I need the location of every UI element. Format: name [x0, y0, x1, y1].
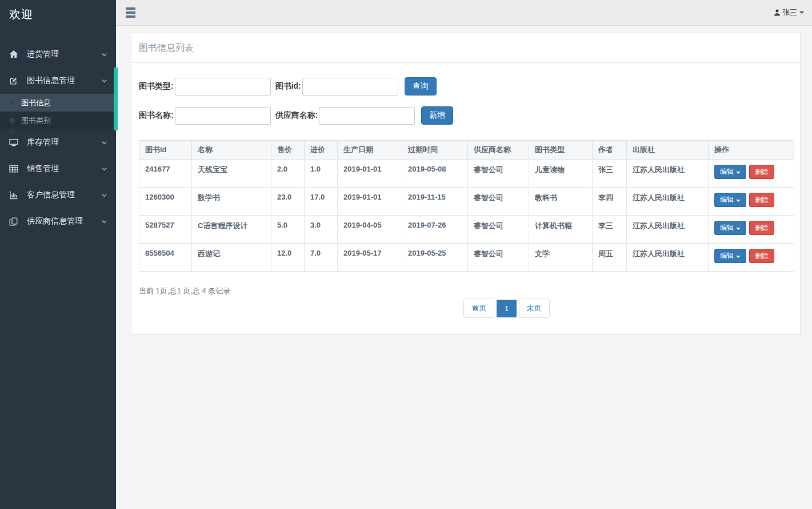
- caret-down-icon: [736, 172, 741, 174]
- table-cell: 周五: [593, 244, 627, 272]
- column-header: 生产日期: [338, 141, 402, 160]
- book-type-input[interactable]: [175, 78, 271, 96]
- main-area: 张三 图书信息列表 图书类型: 图书id: 查询 图书名称: 供应商名称:: [116, 0, 812, 509]
- table-cell: 2019-05-08: [402, 160, 468, 188]
- sidebar-subitem-label: 图书信息: [21, 98, 51, 108]
- edit-button[interactable]: 编辑: [714, 193, 746, 207]
- table-container: 图书id名称售价进价生产日期过期时间供应商名称图书类型作者出版社操作 24167…: [131, 136, 800, 272]
- query-button[interactable]: 查询: [405, 77, 437, 96]
- edit-button[interactable]: 编辑: [714, 249, 746, 263]
- hamburger-icon: [126, 15, 135, 18]
- sidebar-item-1[interactable]: 进货管理: [0, 41, 116, 67]
- user-icon: [773, 9, 781, 17]
- home-icon: [9, 50, 21, 59]
- delete-button[interactable]: 删除: [749, 165, 774, 179]
- page-1-button[interactable]: 1: [497, 300, 517, 317]
- sidebar-item-label: 客户信息管理: [27, 190, 101, 200]
- active-menu-accent-bar: [114, 67, 118, 130]
- table-cell: 张三: [593, 160, 627, 188]
- supplier-name-input[interactable]: [319, 107, 415, 125]
- user-menu[interactable]: 张三: [773, 7, 804, 18]
- sidebar-subitem-label: 图书类别: [21, 116, 51, 126]
- table-cell: 江苏人民出版社: [627, 188, 709, 216]
- table-cell: 睿智公司: [468, 216, 529, 244]
- topbar: 张三: [116, 0, 812, 26]
- bullet-icon: [10, 118, 15, 123]
- book-id-input[interactable]: [302, 78, 398, 96]
- search-row-2: 图书名称: 供应商名称: 新增: [139, 106, 793, 125]
- sidebar: 欢迎 进货管理图书信息管理图书信息图书类别库存管理销售管理客户信息管理供应商信息…: [0, 0, 116, 509]
- column-header: 出版社: [627, 141, 709, 160]
- sidebar-subitem[interactable]: 图书类别: [0, 112, 116, 129]
- column-header: 过期时间: [402, 141, 468, 160]
- bullet-icon: [10, 100, 15, 105]
- table-cell: 李三: [593, 216, 627, 244]
- table-cell: 2019-01-01: [338, 160, 402, 188]
- sidebar-item-label: 供应商信息管理: [27, 216, 101, 226]
- edit-button[interactable]: 编辑: [714, 221, 746, 235]
- last-page-button[interactable]: 末页: [519, 299, 550, 318]
- table-cell: 17.0: [305, 188, 338, 216]
- edit-button-label: 编辑: [720, 196, 734, 204]
- chevron-down-icon: [101, 78, 107, 84]
- bar-chart-icon: [9, 190, 21, 200]
- table-cell: 2019-07-26: [402, 216, 468, 244]
- actions-cell: 编辑删除: [709, 244, 794, 272]
- supplier-name-label: 供应商名称:: [275, 110, 318, 121]
- table-cell: 2019-05-17: [338, 244, 402, 272]
- actions-cell: 编辑删除: [709, 216, 794, 244]
- table-header-row: 图书id名称售价进价生产日期过期时间供应商名称图书类型作者出版社操作: [139, 141, 794, 160]
- table-row: 8556504西游记12.07.02019-05-172019-05-25睿智公…: [139, 244, 794, 272]
- edit-button[interactable]: 编辑: [714, 165, 746, 179]
- table-cell: 文学: [529, 244, 593, 272]
- search-row-1: 图书类型: 图书id: 查询: [139, 77, 793, 96]
- column-header: 进价: [305, 141, 338, 160]
- sidebar-item-6[interactable]: 供应商信息管理: [0, 208, 116, 234]
- table-cell: 江苏人民出版社: [627, 216, 709, 244]
- table-cell: 2019-11-15: [402, 188, 468, 216]
- first-page-button[interactable]: 首页: [463, 299, 494, 318]
- delete-button[interactable]: 删除: [749, 193, 774, 207]
- delete-button[interactable]: 删除: [749, 221, 774, 235]
- pagination: 首页 1 末页: [173, 296, 812, 334]
- table-cell: 教科书: [529, 188, 593, 216]
- table-cell: 儿童读物: [529, 160, 593, 188]
- table-icon: [9, 164, 21, 173]
- table-cell: 5287527: [139, 216, 192, 244]
- actions-cell: 编辑删除: [709, 188, 794, 216]
- book-list-panel: 图书信息列表 图书类型: 图书id: 查询 图书名称: 供应商名称: 新增: [131, 33, 801, 335]
- add-button[interactable]: 新增: [421, 106, 453, 125]
- chevron-down-icon: [101, 140, 107, 146]
- book-id-label: 图书id:: [275, 81, 301, 92]
- actions-cell: 编辑删除: [709, 160, 794, 188]
- sidebar-item-4[interactable]: 销售管理: [0, 156, 116, 182]
- table-row: 1260300数学书23.017.02019-01-012019-11-15睿智…: [139, 188, 794, 216]
- table-cell: 3.0: [305, 216, 338, 244]
- table-cell: C语言程序设计: [192, 216, 271, 244]
- column-header: 作者: [593, 141, 627, 160]
- sidebar-item-3[interactable]: 库存管理: [0, 129, 116, 156]
- sidebar-item-5[interactable]: 客户信息管理: [0, 182, 116, 208]
- table-cell: 241677: [139, 160, 192, 188]
- table-row: 5287527C语言程序设计5.03.02019-04-052019-07-26…: [139, 216, 794, 244]
- table-cell: 西游记: [192, 244, 271, 272]
- table-cell: 计算机书籍: [529, 216, 593, 244]
- sidebar-item-2[interactable]: 图书信息管理: [0, 67, 116, 94]
- chevron-down-icon: [101, 192, 107, 198]
- book-table: 图书id名称售价进价生产日期过期时间供应商名称图书类型作者出版社操作 24167…: [139, 140, 794, 272]
- column-header: 名称: [192, 141, 271, 160]
- table-cell: 23.0: [271, 188, 305, 216]
- book-name-input[interactable]: [175, 107, 271, 125]
- edit-icon: [9, 77, 21, 85]
- table-cell: 1.0: [305, 160, 338, 188]
- content-area: 图书信息列表 图书类型: 图书id: 查询 图书名称: 供应商名称: 新增: [116, 26, 812, 335]
- copy-icon: [9, 217, 21, 226]
- table-cell: 数学书: [192, 188, 271, 216]
- sidebar-toggle-button[interactable]: [125, 5, 137, 20]
- submenu: 图书信息图书类别: [0, 94, 116, 129]
- sidebar-subitem[interactable]: 图书信息: [0, 94, 116, 112]
- edit-button-label: 编辑: [720, 168, 734, 176]
- column-header: 图书类型: [529, 141, 593, 160]
- delete-button[interactable]: 删除: [749, 249, 774, 263]
- table-cell: 2.0: [271, 160, 305, 188]
